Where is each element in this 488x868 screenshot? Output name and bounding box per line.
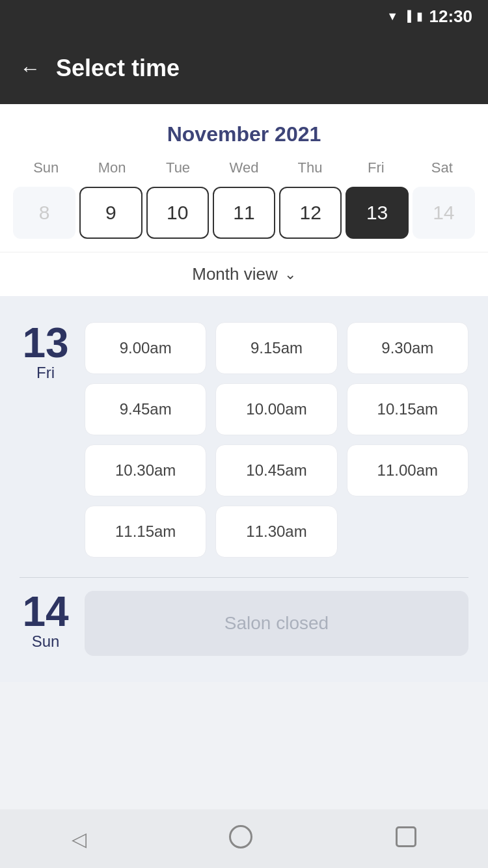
week-row: 8 9 10 11 12 13 14 [13,187,475,252]
time-slot-1130am[interactable]: 11.30am [215,506,337,558]
nav-recent-square-icon [396,826,416,847]
day-label-sat: Sat [409,159,475,176]
month-view-label: Month view [192,264,278,284]
day-label-tue: Tue [145,159,211,176]
time-slot-1100am[interactable]: 11.00am [347,444,468,496]
day-number-label-14: 14 Sun [20,591,72,651]
nav-bar: ◁ [0,809,488,868]
status-bar: ▼ ▐ ▮ 12:30 [0,0,488,33]
time-grid-13: 9.00am 9.15am 9.30am 9.45am 10.00am 10.1… [85,322,468,558]
day-label-thu: Thu [277,159,343,176]
status-time: 12:30 [429,7,473,27]
nav-back-button[interactable]: ◁ [72,828,87,850]
month-year-label: November 2021 [13,122,475,146]
time-slot-900am[interactable]: 9.00am [85,322,206,374]
app-bar: ← Select time [0,33,488,104]
time-section: 13 Fri 9.00am 9.15am 9.30am 9.45am 10.00… [0,296,488,682]
day-section-14: 14 Sun Salon closed [20,577,468,669]
wifi-icon: ▼ [386,10,398,23]
battery-icon: ▮ [416,9,423,23]
day-label-wed: Wed [211,159,277,176]
day-label-sun: Sun [13,159,79,176]
day-label-fri: Fri [343,159,409,176]
back-button[interactable]: ← [20,57,40,81]
day-number-13: 13 [20,322,72,364]
page-title: Select time [56,55,180,82]
day-name-13: Fri [20,364,72,382]
time-slot-1015am[interactable]: 10.15am [347,383,468,435]
time-slot-915am[interactable]: 9.15am [215,322,337,374]
day-cell-11[interactable]: 11 [213,187,275,239]
day-info-row-13: 13 Fri 9.00am 9.15am 9.30am 9.45am 10.00… [20,322,468,558]
day-label-mon: Mon [79,159,144,176]
time-slot-930am[interactable]: 9.30am [347,322,468,374]
calendar-header: November 2021 Sun Mon Tue Wed Thu Fri Sa… [0,104,488,252]
nav-recent-button[interactable] [396,826,416,852]
month-view-toggle[interactable]: Month view ⌄ [0,252,488,296]
day-info-row-14: 14 Sun Salon closed [20,591,468,656]
status-icons: ▼ ▐ ▮ [386,9,422,23]
time-slot-1000am[interactable]: 10.00am [215,383,337,435]
day-cell-10[interactable]: 10 [146,187,209,239]
day-number-label-13: 13 Fri [20,322,72,382]
time-slot-1115am[interactable]: 11.15am [85,506,206,558]
day-cell-12[interactable]: 12 [279,187,342,239]
salon-closed-label: Salon closed [224,613,329,634]
chevron-down-icon: ⌄ [284,266,296,283]
time-slot-1045am[interactable]: 10.45am [215,444,337,496]
time-slot-945am[interactable]: 9.45am [85,383,206,435]
day-cell-8[interactable]: 8 [13,187,75,239]
signal-icon: ▐ [403,10,411,22]
day-cell-13[interactable]: 13 [346,187,408,239]
day-cell-14[interactable]: 14 [413,187,475,239]
nav-home-circle-icon [229,825,252,848]
salon-closed-box: Salon closed [85,591,468,656]
day-cell-9[interactable]: 9 [79,187,142,239]
day-section-13: 13 Fri 9.00am 9.15am 9.30am 9.45am 10.00… [20,309,468,571]
day-number-14: 14 [20,591,72,632]
nav-home-button[interactable] [229,825,252,853]
day-labels: Sun Mon Tue Wed Thu Fri Sat [13,159,475,176]
day-name-14: Sun [20,632,72,651]
time-slot-1030am[interactable]: 10.30am [85,444,206,496]
